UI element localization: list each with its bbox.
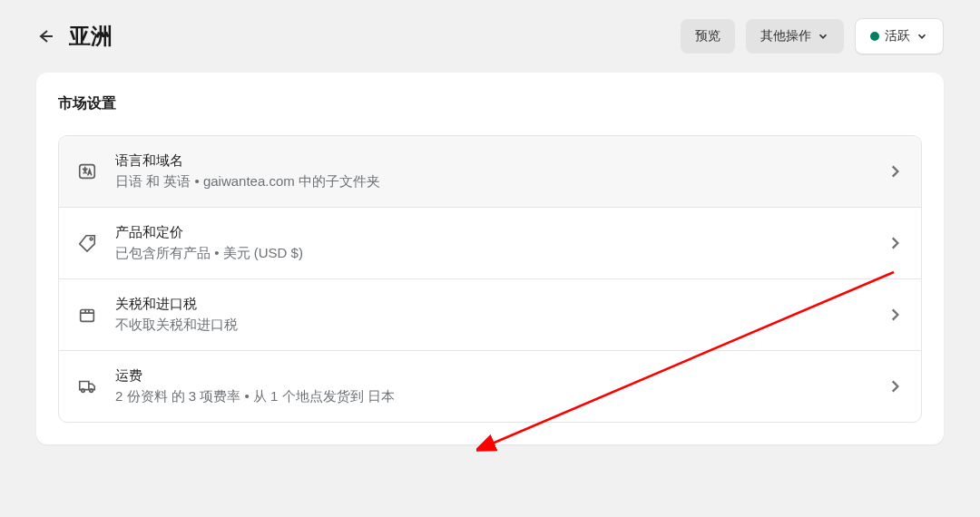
chevron-right-icon bbox=[887, 235, 903, 251]
item-title: 产品和定价 bbox=[115, 224, 868, 241]
chevron-right-icon bbox=[887, 378, 903, 395]
item-title: 运费 bbox=[115, 367, 868, 385]
tag-icon bbox=[77, 233, 97, 253]
market-settings-card: 市场设置 语言和域名 日语 和 英语 • gaiwantea.com 中的子文件… bbox=[36, 73, 944, 444]
item-subtitle: 已包含所有产品 • 美元 (USD $) bbox=[115, 245, 868, 262]
status-dot-icon bbox=[870, 32, 879, 41]
settings-item-language-domain[interactable]: 语言和域名 日语 和 英语 • gaiwantea.com 中的子文件夹 bbox=[59, 136, 921, 208]
item-content: 产品和定价 已包含所有产品 • 美元 (USD $) bbox=[115, 224, 868, 262]
item-content: 运费 2 份资料 的 3 项费率 • 从 1 个地点发货到 日本 bbox=[115, 367, 868, 405]
item-title: 关税和进口税 bbox=[115, 296, 868, 313]
settings-item-shipping[interactable]: 运费 2 份资料 的 3 项费率 • 从 1 个地点发货到 日本 bbox=[59, 351, 921, 422]
svg-rect-0 bbox=[80, 165, 95, 179]
svg-rect-2 bbox=[81, 310, 94, 322]
settings-item-duties-taxes[interactable]: 关税和进口税 不收取关税和进口税 bbox=[59, 279, 921, 351]
chevron-right-icon bbox=[887, 163, 903, 180]
translate-icon bbox=[77, 161, 97, 181]
back-arrow-icon[interactable] bbox=[36, 27, 54, 45]
truck-icon bbox=[77, 376, 97, 396]
svg-point-4 bbox=[90, 389, 93, 393]
chevron-down-icon bbox=[916, 30, 928, 43]
status-button[interactable]: 活跃 bbox=[855, 18, 944, 54]
chevron-down-icon bbox=[817, 30, 829, 43]
status-label: 活跃 bbox=[885, 28, 910, 44]
item-title: 语言和域名 bbox=[115, 152, 868, 170]
chevron-right-icon bbox=[887, 307, 903, 323]
item-content: 关税和进口税 不收取关税和进口税 bbox=[115, 296, 868, 334]
preview-button[interactable]: 预览 bbox=[681, 19, 735, 54]
package-icon bbox=[77, 305, 97, 325]
item-content: 语言和域名 日语 和 英语 • gaiwantea.com 中的子文件夹 bbox=[115, 152, 868, 190]
item-subtitle: 不收取关税和进口税 bbox=[115, 317, 868, 334]
other-actions-button[interactable]: 其他操作 bbox=[746, 19, 844, 54]
card-title: 市场设置 bbox=[58, 94, 922, 113]
item-subtitle: 日语 和 英语 • gaiwantea.com 中的子文件夹 bbox=[115, 173, 868, 190]
svg-point-1 bbox=[90, 238, 93, 240]
other-actions-label: 其他操作 bbox=[760, 28, 811, 44]
settings-item-products-pricing[interactable]: 产品和定价 已包含所有产品 • 美元 (USD $) bbox=[59, 208, 921, 279]
preview-label: 预览 bbox=[695, 28, 720, 44]
settings-list: 语言和域名 日语 和 英语 • gaiwantea.com 中的子文件夹 产品和… bbox=[58, 135, 922, 423]
item-subtitle: 2 份资料 的 3 项费率 • 从 1 个地点发货到 日本 bbox=[115, 388, 868, 405]
svg-point-3 bbox=[82, 389, 85, 393]
page-title: 亚洲 bbox=[69, 22, 113, 51]
